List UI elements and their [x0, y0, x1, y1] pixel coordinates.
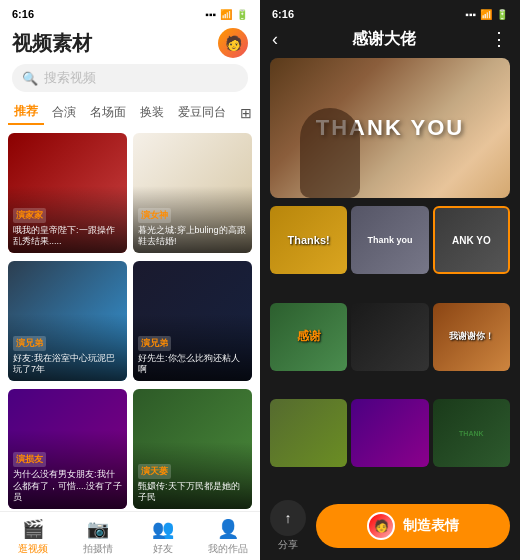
tab-scene[interactable]: 名场面	[84, 101, 132, 124]
sticker-9[interactable]: THANK	[433, 399, 510, 467]
video-card-3[interactable]: 演兄弟 好友:我在浴室中心玩泥巴玩了7年	[8, 261, 127, 381]
right-wifi-icon: 📶	[480, 9, 492, 20]
video-card-2-overlay: 演女神 暮光之城:穿上buling的高跟鞋去结婚!	[133, 186, 252, 253]
video-tag-1: 演家家	[13, 208, 46, 223]
video-card-5[interactable]: 演损友 为什么没有男女朋友:我什么都有了，可惜....没有了子员	[8, 389, 127, 509]
wifi-icon: 📶	[220, 9, 232, 20]
video-desc-2: 暮光之城:穿上buling的高跟鞋去结婚!	[138, 225, 247, 248]
sticker-3-inner: ANK YO	[435, 208, 508, 272]
bottom-actions: ↑ 分享 🧑 制造表情	[260, 492, 520, 560]
nav-shoot[interactable]: 📷 拍摄情	[65, 518, 130, 556]
nav-shoot-label: 拍摄情	[83, 542, 113, 556]
right-status-bar: 6:16 ▪▪▪ 📶 🔋	[260, 0, 520, 26]
left-status-bar: 6:16 ▪▪▪ 📶 🔋	[0, 0, 260, 26]
video-nav-icon: 🎬	[22, 518, 44, 540]
sticker-2[interactable]: Thank you	[351, 206, 428, 274]
sticker-2-inner: Thank you	[351, 206, 428, 274]
tab-idol[interactable]: 爱豆同台	[172, 101, 232, 124]
share-label: 分享	[278, 538, 298, 552]
right-time: 6:16	[272, 8, 294, 20]
make-sticker-button[interactable]: 🧑 制造表情	[316, 504, 510, 548]
search-bar[interactable]: 🔍 搜索视频	[12, 64, 248, 92]
video-card-1-overlay: 演家家 哦我的皇帝陛下:一跟操作乱秀结果.....	[8, 186, 127, 253]
myworks-nav-icon: 👤	[217, 518, 239, 540]
nav-video[interactable]: 🎬 逛视频	[0, 518, 65, 556]
battery-icon: 🔋	[236, 9, 248, 20]
right-title: 感谢大佬	[278, 29, 490, 50]
sticker-8[interactable]	[351, 399, 428, 467]
video-card-6-overlay: 演天蒌 甄嬛传:天下万民都是她的子民	[133, 442, 252, 509]
video-card-1[interactable]: 演家家 哦我的皇帝陛下:一跟操作乱秀结果.....	[8, 133, 127, 253]
main-gif-preview[interactable]: THANK YOU	[270, 58, 510, 198]
video-card-3-overlay: 演兄弟 好友:我在浴室中心玩泥巴玩了7年	[8, 314, 127, 381]
right-battery-icon: 🔋	[496, 9, 508, 20]
video-desc-6: 甄嬛传:天下万民都是她的子民	[138, 481, 247, 504]
video-desc-1: 哦我的皇帝陛下:一跟操作乱秀结果.....	[13, 225, 122, 248]
sticker-4[interactable]: 感谢	[270, 303, 347, 371]
left-title-row: 视频素材 🧑	[0, 26, 260, 64]
sticker-6-text: 我谢谢你！	[449, 330, 494, 343]
nav-myworks[interactable]: 👤 我的作品	[195, 518, 260, 556]
nav-myworks-label: 我的作品	[208, 542, 248, 556]
right-signal-icon: ▪▪▪	[465, 9, 476, 20]
video-card-2[interactable]: 演女神 暮光之城:穿上buling的高跟鞋去结婚!	[133, 133, 252, 253]
sticker-2-text: Thank you	[367, 235, 412, 245]
sticker-7-inner	[270, 399, 347, 467]
video-tag-3: 演兄弟	[13, 336, 46, 351]
sticker-grid: Thanks! Thank you ANK YO 感谢 我谢谢你！	[260, 206, 520, 492]
make-sticker-label: 制造表情	[403, 517, 459, 535]
video-tag-2: 演女神	[138, 208, 171, 223]
grid-icon[interactable]: ⊞	[240, 105, 252, 121]
sticker-1-text: Thanks!	[288, 234, 330, 246]
video-card-6[interactable]: 演天蒌 甄嬛传:天下万民都是她的子民	[133, 389, 252, 509]
sticker-4-text: 感谢	[297, 328, 321, 345]
sticker-9-text: THANK	[459, 430, 484, 437]
left-time: 6:16	[12, 8, 34, 20]
tabs-row: 推荐 合演 名场面 换装 爱豆同台 ⊞	[0, 100, 260, 125]
sticker-6[interactable]: 我谢谢你！	[433, 303, 510, 371]
sticker-3-text: ANK YO	[452, 235, 491, 246]
sticker-6-inner: 我谢谢你！	[433, 303, 510, 371]
search-icon: 🔍	[22, 71, 38, 86]
nav-video-label: 逛视频	[18, 542, 48, 556]
left-header-icons: ▪▪▪ 📶 🔋	[205, 9, 248, 20]
sticker-3[interactable]: ANK YO	[433, 206, 510, 274]
share-button[interactable]: ↑ 分享	[270, 500, 306, 552]
right-header-icons: ▪▪▪ 📶 🔋	[465, 9, 508, 20]
sticker-9-inner: THANK	[433, 399, 510, 467]
friends-nav-icon: 👥	[152, 518, 174, 540]
sticker-1[interactable]: Thanks!	[270, 206, 347, 274]
user-avatar[interactable]: 🧑	[218, 28, 248, 58]
video-grid: 演家家 哦我的皇帝陛下:一跟操作乱秀结果..... 演女神 暮光之城:穿上bul…	[0, 133, 260, 511]
video-tag-6: 演天蒌	[138, 464, 171, 479]
sticker-5-inner	[351, 303, 428, 371]
sticker-5[interactable]	[351, 303, 428, 371]
video-card-4-overlay: 演兄弟 好先生:你怎么比狗还粘人啊	[133, 314, 252, 381]
tab-costume[interactable]: 换装	[134, 101, 170, 124]
shoot-nav-icon: 📷	[87, 518, 109, 540]
video-card-4[interactable]: 演兄弟 好先生:你怎么比狗还粘人啊	[133, 261, 252, 381]
more-options-icon[interactable]: ⋮	[490, 28, 508, 50]
video-tag-4: 演兄弟	[138, 336, 171, 351]
tab-duet[interactable]: 合演	[46, 101, 82, 124]
sticker-4-inner: 感谢	[270, 303, 347, 371]
search-placeholder: 搜索视频	[44, 69, 96, 87]
left-panel: 6:16 ▪▪▪ 📶 🔋 视频素材 🧑 🔍 搜索视频 推荐 合演 名场面 换装 …	[0, 0, 260, 560]
main-gif-background: THANK YOU	[270, 58, 510, 198]
sticker-7[interactable]	[270, 399, 347, 467]
nav-friends-label: 好友	[153, 542, 173, 556]
right-title-row: ‹ 感谢大佬 ⋮	[260, 26, 520, 58]
video-desc-4: 好先生:你怎么比狗还粘人啊	[138, 353, 247, 376]
tab-recommend[interactable]: 推荐	[8, 100, 44, 125]
right-panel: 6:16 ▪▪▪ 📶 🔋 ‹ 感谢大佬 ⋮ THANK YOU Thanks! …	[260, 0, 520, 560]
video-desc-3: 好友:我在浴室中心玩泥巴玩了7年	[13, 353, 122, 376]
signal-icon: ▪▪▪	[205, 9, 216, 20]
make-sticker-avatar: 🧑	[367, 512, 395, 540]
share-icon: ↑	[270, 500, 306, 536]
nav-friends[interactable]: 👥 好友	[130, 518, 195, 556]
video-desc-5: 为什么没有男女朋友:我什么都有了，可惜....没有了子员	[13, 469, 122, 504]
sticker-1-inner: Thanks!	[270, 206, 347, 274]
sticker-8-inner	[351, 399, 428, 467]
bottom-nav: 🎬 逛视频 📷 拍摄情 👥 好友 👤 我的作品	[0, 511, 260, 560]
video-card-5-overlay: 演损友 为什么没有男女朋友:我什么都有了，可惜....没有了子员	[8, 430, 127, 509]
